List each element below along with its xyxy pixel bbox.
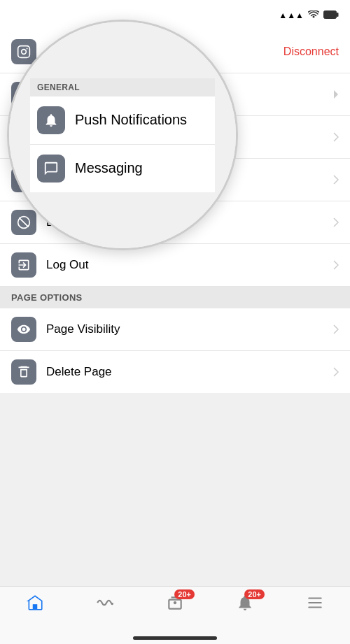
tab-menu[interactable] — [294, 594, 336, 612]
svg-rect-9 — [308, 606, 322, 608]
chevron-right-icon7 — [333, 367, 339, 377]
svg-rect-7 — [308, 597, 322, 599]
chevron-right-icon2 — [333, 132, 339, 142]
home-tab-icon — [26, 594, 44, 612]
wifi-icon — [308, 9, 319, 22]
log-out-label: Log Out — [46, 258, 333, 272]
delete-page-label: Delete Page — [46, 365, 333, 379]
chevron-right-icon6 — [333, 324, 339, 334]
marketplace-badge: 20+ — [174, 589, 195, 599]
tab-bar: 20+ 20+ — [0, 586, 350, 644]
svg-rect-0 — [324, 11, 337, 19]
svg-rect-1 — [337, 13, 339, 17]
log-out-item[interactable]: Log Out — [0, 244, 350, 287]
mag-push-notifications-label: Push Notifications — [75, 112, 187, 128]
tab-notifications[interactable]: 20+ — [224, 594, 266, 612]
tab-home[interactable] — [14, 594, 56, 612]
mag-messaging-icon — [37, 155, 65, 183]
mag-push-notifications-item: Push Notifications — [30, 96, 215, 145]
log-out-icon — [11, 252, 36, 278]
friends-tab-icon — [96, 594, 114, 612]
mag-general-header: GENERAL — [30, 78, 215, 96]
tab-marketplace[interactable]: 20+ — [154, 594, 196, 612]
svg-rect-6 — [33, 604, 38, 610]
tab-friends[interactable] — [84, 594, 126, 612]
magnifier-overlay: GENERAL Push Notifications Messaging — [7, 20, 238, 250]
mag-messaging-item: Messaging — [30, 145, 215, 192]
notifications-badge: 20+ — [244, 589, 265, 599]
menu-tab-icon — [306, 594, 324, 612]
svg-rect-8 — [308, 602, 322, 603]
delete-page-item[interactable]: Delete Page — [0, 351, 350, 393]
chevron-right-icon — [333, 90, 339, 99]
page-visibility-label: Page Visibility — [46, 322, 333, 336]
battery-icon — [323, 9, 339, 22]
chevron-right-icon4 — [333, 217, 339, 227]
home-indicator — [133, 636, 217, 640]
page-visibility-item[interactable]: Page Visibility — [0, 308, 350, 351]
page-options-header: PAGE OPTIONS — [0, 287, 350, 308]
disconnect-button[interactable]: Disconnect — [284, 45, 339, 58]
delete-page-icon — [11, 359, 36, 385]
page-visibility-icon — [11, 317, 36, 342]
magnifier-content: GENERAL Push Notifications Messaging — [9, 22, 236, 248]
mag-push-notifications-icon — [37, 106, 65, 134]
chevron-right-icon5 — [333, 260, 339, 270]
signal-icon: ▲▲▲ — [279, 10, 304, 20]
chevron-right-icon3 — [333, 175, 339, 185]
mag-messaging-label: Messaging — [75, 160, 143, 176]
